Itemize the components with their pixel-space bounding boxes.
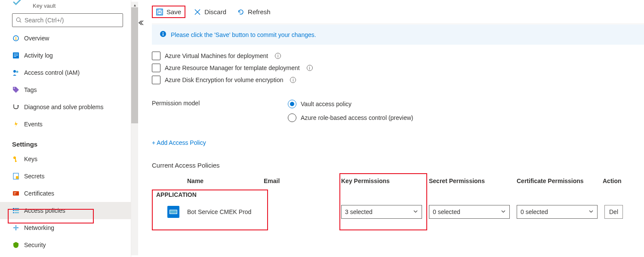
info-tooltip-icon[interactable]: i [307,65,313,71]
diagnose-icon [12,103,20,111]
delete-button[interactable]: Del [604,205,623,219]
events-icon [12,120,20,128]
svg-point-9 [13,70,16,73]
sidebar-item-label: Security [24,242,46,248]
col-name: Name [152,177,264,184]
checkbox-arm-deployment[interactable]: Azure Resource Manager for template depl… [152,64,644,72]
discard-button[interactable]: Discard [191,6,229,17]
info-banner: Please click the 'Save' button to commit… [152,24,644,45]
svg-rect-6 [14,54,18,54]
secret-permissions-dropdown[interactable]: 0 selected [429,205,510,219]
sidebar-item-security[interactable]: Security [0,236,131,254]
access-policies-icon [12,207,20,214]
svg-rect-18 [13,191,19,196]
svg-rect-17 [16,176,18,179]
radio-vault-access-policy[interactable]: Vault access policy [288,100,413,108]
svg-point-27 [15,227,17,229]
security-icon [12,241,20,249]
access-policy-table: Name Email Key Permissions Secret Permis… [152,173,644,223]
activity-log-icon [12,52,20,59]
refresh-button-label: Refresh [248,8,271,15]
col-action: Action [603,177,622,184]
sidebar-item-label: Activity log [24,52,53,59]
certificates-icon [12,190,20,197]
sidebar-item-events[interactable]: Events [0,116,131,133]
col-email: Email [264,177,341,184]
sidebar-item-networking[interactable]: Networking [0,219,131,236]
radio-label: Vault access policy [301,101,351,107]
resource-check-icon [13,0,22,7]
sidebar-item-secrets[interactable]: Secrets [0,168,131,185]
sidebar-item-diagnose[interactable]: Diagnose and solve problems [0,98,131,116]
sidebar-item-label: Events [24,121,43,128]
tags-icon [12,86,20,94]
keys-icon [12,155,20,163]
save-icon [156,9,163,15]
svg-rect-23 [13,210,14,211]
sidebar-item-label: Diagnose and solve problems [24,104,103,110]
svg-rect-28 [157,9,163,15]
dropdown-value: 0 selected [521,208,548,215]
sidebar-item-overview[interactable]: Overview [0,30,131,47]
svg-rect-25 [13,212,14,213]
info-tooltip-icon[interactable]: i [290,77,296,83]
sidebar-item-certificates[interactable]: Certificates [0,185,131,202]
discard-icon [194,9,201,15]
svg-rect-8 [14,56,16,57]
sidebar-scrollbar-thumb[interactable] [131,7,138,123]
checkbox-label: Azure Disk Encryption for volume encrypt… [165,76,283,83]
sidebar-item-activity-log[interactable]: Activity log [0,47,131,64]
breadcrumb: Key vault [0,0,131,11]
current-access-policies-heading: Current Access Policies [152,162,644,169]
checkbox-label: Azure Virtual Machines for deployment [165,52,268,59]
save-button[interactable]: Save [152,6,185,18]
sidebar-scrollbar[interactable]: ▴ [131,2,138,255]
certificate-permissions-dropdown[interactable]: 0 selected [517,205,598,219]
key-permissions-dropdown[interactable]: 3 selected [341,205,422,219]
networking-icon [12,224,20,232]
search-input[interactable] [25,17,119,24]
info-tooltip-icon[interactable]: i [275,53,281,59]
svg-line-1 [20,21,21,22]
chevron-down-icon [413,208,418,215]
sidebar-item-label: Keys [24,156,37,162]
sidebar-item-label: Access control (IAM) [24,69,80,76]
sidebar-item-tags[interactable]: Tags [0,81,131,98]
save-button-label: Save [166,8,181,15]
svg-rect-22 [15,208,19,209]
delete-button-label: Del [609,208,618,215]
info-banner-text: Please click the 'Save' button to commit… [171,31,316,38]
checkbox-disk-encryption[interactable]: Azure Disk Encryption for volume encrypt… [152,76,644,84]
iam-icon [12,69,20,76]
table-header: Name Email Key Permissions Secret Permis… [152,173,644,189]
search-icon [16,17,22,23]
refresh-button[interactable]: Refresh [235,6,273,17]
table-row: Bot Service CMEK Prod 3 selected 0 selec… [152,201,644,223]
chevron-down-icon [501,208,506,215]
application-icon [167,206,179,218]
svg-rect-21 [13,208,14,209]
radio-icon [288,113,296,122]
add-access-policy-link[interactable]: + Add Access Policy [152,139,644,146]
sidebar-item-access-policies[interactable]: Access policies [0,202,131,219]
search-input-wrap[interactable] [12,13,123,27]
radio-rbac[interactable]: Azure role-based access control (preview… [288,113,413,122]
sidebar-item-label: Networking [24,224,54,231]
sidebar-item-label: Tags [24,86,37,93]
radio-label: Azure role-based access control (preview… [301,114,413,121]
svg-point-10 [16,71,18,73]
svg-rect-3 [15,37,16,38]
discard-button-label: Discard [204,8,226,15]
command-bar: Save Discard Refresh [152,0,644,24]
radio-icon [288,100,296,108]
checkbox-label: Azure Resource Manager for template depl… [165,64,300,71]
scroll-up-icon[interactable]: ▴ [131,2,138,7]
sidebar-item-keys[interactable]: Keys [0,150,131,168]
checkbox-vm-deployment[interactable]: Azure Virtual Machines for deployment i [152,52,644,60]
col-key-permissions: Key Permissions [341,177,429,184]
row-name-cell: Bot Service CMEK Prod [152,206,264,218]
sidebar-item-access-control[interactable]: Access control (IAM) [0,64,131,81]
sidebar-item-label: Certificates [24,190,54,197]
checkbox-icon [152,64,160,72]
sidebar-item-label: Secrets [24,173,44,180]
